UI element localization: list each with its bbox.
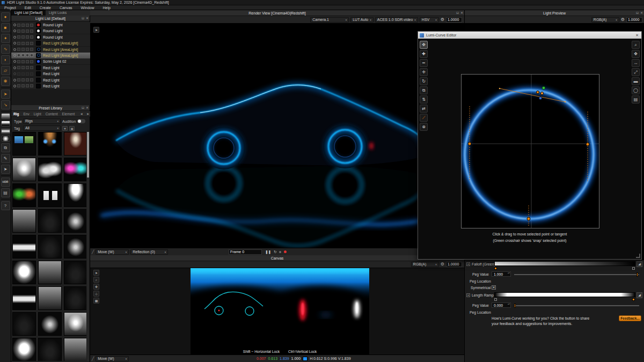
preset-thumbnail[interactable] bbox=[64, 132, 86, 156]
expand-icon[interactable]: + bbox=[466, 262, 470, 266]
enable-icon[interactable] bbox=[13, 67, 16, 69]
menu-window[interactable]: Window bbox=[77, 5, 99, 10]
preset-thumbnail[interactable] bbox=[38, 338, 62, 361]
scrollbar-thumb[interactable] bbox=[87, 132, 89, 178]
light-list-row[interactable]: Rect Light bbox=[11, 71, 90, 77]
light-list-row[interactable]: Rect Light bbox=[11, 65, 90, 71]
channel-dropdown[interactable]: HSV▾ bbox=[420, 17, 439, 23]
enable-icon[interactable] bbox=[13, 42, 16, 45]
round-light-tool-icon[interactable]: ● bbox=[1, 12, 10, 21]
exposure-field[interactable]: 1.0000 bbox=[626, 17, 642, 23]
light-color-swatch[interactable] bbox=[36, 47, 41, 52]
slider-handle[interactable] bbox=[514, 304, 516, 308]
float-icon[interactable]: ⊡ bbox=[82, 16, 84, 21]
expand-icon[interactable]: + bbox=[466, 293, 470, 297]
light-toggle-icon[interactable] bbox=[17, 78, 20, 82]
arrow-tool-icon[interactable]: ➤ bbox=[1, 165, 10, 174]
light-color-swatch[interactable] bbox=[36, 84, 41, 88]
symmetrical-checkbox[interactable]: ✕ bbox=[492, 285, 496, 290]
length-ramp-gradient[interactable] bbox=[494, 292, 635, 297]
ramp-radial-swatch-icon[interactable] bbox=[1, 136, 10, 142]
tangent-end[interactable] bbox=[499, 88, 501, 90]
control-point-top[interactable] bbox=[536, 91, 539, 93]
exposure-field[interactable]: 1.0000 bbox=[446, 262, 462, 267]
audition-toggle[interactable] bbox=[77, 119, 85, 123]
falloff-peg-value-field[interactable]: 1.000▴▾ bbox=[492, 271, 511, 277]
preset-thumbnail[interactable] bbox=[38, 235, 62, 258]
tab-scroll-right-icon[interactable]: ▶ bbox=[86, 112, 90, 115]
resize-grip[interactable] bbox=[636, 254, 640, 258]
move-mode-dropdown[interactable]: Move (W)▾ bbox=[96, 249, 129, 255]
light-toggle-icon[interactable] bbox=[30, 42, 33, 45]
light-color-swatch[interactable] bbox=[36, 28, 41, 33]
move-mode-dropdown[interactable]: Move (W)▾ bbox=[96, 356, 129, 361]
hdr-badge[interactable]: HDR bbox=[1, 178, 10, 187]
light-toggle-icon[interactable] bbox=[30, 24, 33, 27]
close-icon[interactable]: ✕ bbox=[635, 33, 639, 38]
curve-light-tool-icon[interactable]: ∿ bbox=[1, 45, 10, 54]
close-icon[interactable]: ✕ bbox=[460, 10, 463, 16]
lut-dropdown[interactable]: LUT Auto▾ bbox=[350, 17, 374, 23]
light-toggle-icon[interactable] bbox=[17, 66, 20, 69]
light-toggle-icon[interactable] bbox=[17, 42, 20, 45]
enable-icon[interactable] bbox=[13, 72, 16, 75]
light-list-row[interactable]: Rect Light bbox=[11, 83, 90, 89]
tab-light-looks[interactable]: Light Looks bbox=[46, 10, 70, 16]
close-icon[interactable]: ✕ bbox=[86, 105, 89, 111]
light-toggle-icon[interactable] bbox=[26, 66, 29, 69]
float-icon[interactable]: ⊡ bbox=[636, 10, 639, 16]
exposure-field[interactable]: 1.0000 bbox=[446, 17, 462, 23]
favorite-icon[interactable]: ♥ bbox=[62, 126, 68, 131]
light-toggle-icon[interactable] bbox=[21, 29, 25, 33]
light-toggle-icon[interactable] bbox=[30, 60, 33, 63]
delete-point-tool-icon[interactable]: ━ bbox=[420, 59, 428, 67]
float-icon[interactable]: ⊡ bbox=[82, 105, 84, 111]
float-icon[interactable]: ⊡ bbox=[456, 10, 459, 16]
preset-tab-env[interactable]: Env bbox=[21, 112, 31, 116]
add-point-tool-icon[interactable]: ✚ bbox=[420, 50, 428, 58]
light-toggle-icon[interactable] bbox=[26, 72, 29, 76]
preset-thumbnail[interactable] bbox=[12, 338, 36, 361]
light-toggle-icon[interactable] bbox=[17, 72, 20, 76]
render-viewport[interactable]: ➤ bbox=[90, 24, 464, 248]
ramp-top-swatch-icon[interactable] bbox=[1, 121, 10, 127]
move-all-tool-icon[interactable]: ✛ bbox=[420, 68, 428, 76]
preset-tab-element[interactable]: Element bbox=[60, 112, 77, 116]
move-tool-icon[interactable]: ➤ bbox=[93, 270, 99, 276]
canvas-image[interactable]: Shift ~ Horizontal LockCtrl=Vertical Loc… bbox=[191, 268, 369, 354]
selected-control-point[interactable] bbox=[540, 92, 543, 94]
light-toggle-icon[interactable] bbox=[30, 84, 33, 87]
enable-icon[interactable] bbox=[13, 60, 16, 63]
menu-canvas[interactable]: Canvas bbox=[55, 5, 77, 10]
pause-button[interactable]: ❚❚ bbox=[265, 250, 271, 254]
light-toggle-icon[interactable] bbox=[30, 66, 33, 69]
menu-create[interactable]: Create bbox=[35, 5, 55, 10]
light-toggle-icon[interactable] bbox=[21, 78, 25, 82]
control-point-left[interactable] bbox=[468, 142, 471, 145]
light-list-row[interactable]: Rect Light [AreaLight] bbox=[11, 47, 90, 53]
light-toggle-icon[interactable] bbox=[26, 35, 29, 39]
fit-horizontal-tool-icon[interactable]: ↔ bbox=[632, 59, 640, 67]
lumi-curve-titlebar[interactable]: Lumi-Curve Editor ✕ bbox=[418, 32, 641, 39]
light-toggle-icon[interactable] bbox=[30, 29, 33, 33]
scrim-light-tool-icon[interactable]: ▱ bbox=[1, 66, 10, 75]
light-color-swatch[interactable] bbox=[36, 53, 41, 58]
preset-thumbnail[interactable] bbox=[64, 286, 86, 310]
light-color-swatch[interactable] bbox=[36, 78, 41, 83]
type-dropdown[interactable]: Rigs▾ bbox=[23, 119, 61, 124]
preset-tab-light[interactable]: Light bbox=[32, 112, 43, 116]
camera-dropdown[interactable]: Camera.1▾ bbox=[310, 17, 349, 23]
enable-icon[interactable] bbox=[13, 79, 16, 82]
channel-dropdown[interactable]: RGB(A)▾ bbox=[411, 262, 439, 267]
falloff-peg-left[interactable] bbox=[494, 267, 497, 270]
preset-thumbnail[interactable] bbox=[38, 183, 62, 207]
enable-icon[interactable] bbox=[13, 85, 16, 87]
light-toggle-icon[interactable] bbox=[30, 72, 33, 76]
tag-dropdown[interactable]: All▾ bbox=[23, 125, 61, 131]
light-toggle-icon[interactable] bbox=[17, 29, 20, 33]
slider-handle[interactable] bbox=[636, 272, 638, 277]
light-toggle-icon[interactable] bbox=[21, 24, 25, 27]
control-point-right[interactable] bbox=[586, 143, 589, 146]
length-peg-left[interactable] bbox=[494, 298, 497, 301]
preset-thumbnail[interactable] bbox=[12, 183, 36, 207]
